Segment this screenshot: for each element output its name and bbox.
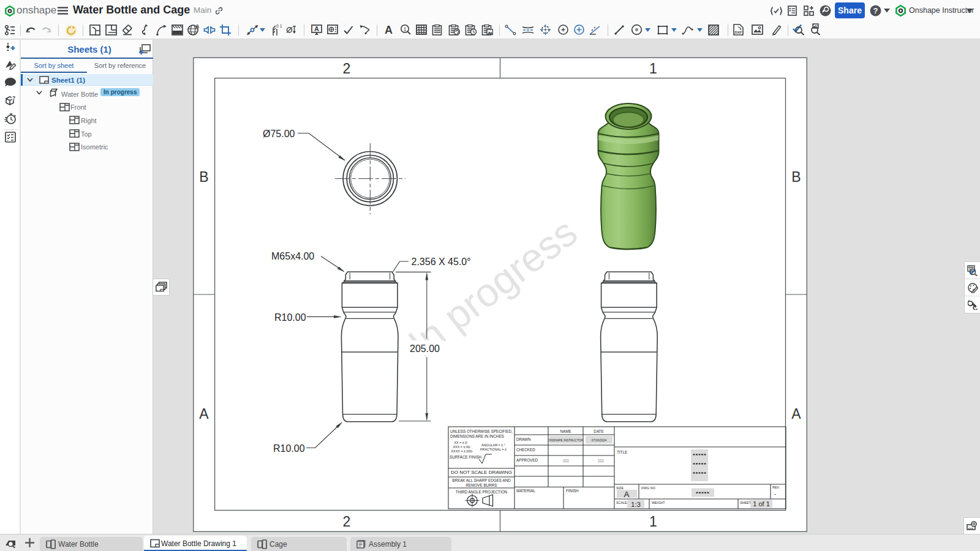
svg-text:BREAK ALL SHARP EDGES AND: BREAK ALL SHARP EDGES AND <box>452 478 511 482</box>
svg-text:.XX = ±.0-: .XX = ±.0- <box>453 441 468 444</box>
svg-text:B: B <box>791 169 801 185</box>
svg-text:REMOVE BURRS: REMOVE BURRS <box>466 483 497 487</box>
svg-text:TITLE: TITLE <box>617 450 627 454</box>
svg-text:SHEET: SHEET <box>740 501 752 504</box>
svg-text:DXF: DXF <box>735 31 742 34</box>
svg-text:2: 2 <box>343 514 351 530</box>
svg-text:A: A <box>314 25 319 32</box>
svg-text:FINISH: FINISH <box>566 489 579 493</box>
svg-text:1 of 1: 1 of 1 <box>753 500 770 508</box>
svg-text:2: 2 <box>343 61 351 77</box>
svg-text:07/26/2024: 07/26/2024 <box>592 439 607 442</box>
svg-text:1: 1 <box>649 61 657 77</box>
svg-text:APPROVED: APPROVED <box>516 458 538 462</box>
svg-text:UNLESS OTHERWISE SPECIFIED,: UNLESS OTHERWISE SPECIFIED, <box>450 429 513 433</box>
svg-text:.XXXX = ±.000-: .XXXX = ±.000- <box>450 449 473 453</box>
svg-text:MATERIAL: MATERIAL <box>516 489 536 493</box>
svg-text:1:3: 1:3 <box>631 501 641 508</box>
svg-text:M65x4.00: M65x4.00 <box>271 251 314 261</box>
svg-text:.XXX = ±.00-: .XXX = ±.00- <box>452 445 471 449</box>
svg-text:A: A <box>199 406 209 422</box>
svg-text:A: A <box>624 490 629 499</box>
svg-text:B: B <box>199 169 208 185</box>
svg-text:DIMENSIONS ARE IN INCHES: DIMENSIONS ARE IN INCHES <box>450 434 504 438</box>
svg-text:Ø75.00: Ø75.00 <box>263 129 295 139</box>
svg-text:A: A <box>385 24 393 36</box>
svg-text:A: A <box>791 406 801 422</box>
svg-text:205.00: 205.00 <box>410 343 440 354</box>
svg-text:SIZE: SIZE <box>616 486 624 490</box>
svg-text:-: - <box>774 491 776 497</box>
svg-text:DRAWN: DRAWN <box>516 437 531 441</box>
svg-text:REV.: REV. <box>772 485 780 489</box>
svg-text:0 1 2: 0 1 2 <box>276 24 282 28</box>
svg-text:WEIGHT: WEIGHT <box>652 501 665 504</box>
svg-text:ONSHAPE INSTRUCTOR: ONSHAPE INSTRUCTOR <box>548 439 584 442</box>
svg-text:SCALE: SCALE <box>616 501 627 504</box>
svg-text:?: ? <box>12 95 15 101</box>
svg-text:SURFACE FINISH: SURFACE FINISH <box>450 455 482 459</box>
svg-text:DWG NO.: DWG NO. <box>641 486 656 490</box>
svg-text:1: 1 <box>649 514 657 530</box>
svg-text:R10.00: R10.00 <box>274 312 306 323</box>
svg-text:DO NOT SCALE DRAWING: DO NOT SCALE DRAWING <box>451 470 512 475</box>
svg-text:THIRD ANGLE PROJECTION: THIRD ANGLE PROJECTION <box>456 490 508 494</box>
svg-text:A: A <box>195 24 199 29</box>
svg-text:ANGULAR = ± °: ANGULAR = ± ° <box>481 443 505 447</box>
svg-text:R10.00: R10.00 <box>273 443 305 454</box>
svg-text:?: ? <box>873 6 878 15</box>
svg-text:2.356 X 45.0°: 2.356 X 45.0° <box>412 257 471 267</box>
svg-text:FRACTIONAL = ±: FRACTIONAL = ± <box>480 448 507 451</box>
svg-text:1: 1 <box>403 26 406 32</box>
svg-text:NAME: NAME <box>560 429 571 433</box>
svg-text:CHECKED: CHECKED <box>516 448 535 452</box>
svg-text:DATE: DATE <box>594 429 603 433</box>
